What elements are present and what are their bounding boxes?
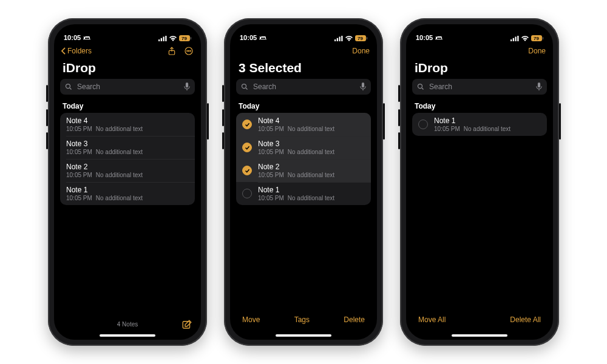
search-input[interactable] <box>428 82 532 92</box>
selection-empty-icon[interactable] <box>242 189 252 198</box>
notes-list: Note 1 10:05 PMNo additional text <box>412 113 547 136</box>
home-indicator[interactable] <box>452 334 507 337</box>
search-field[interactable] <box>412 79 547 95</box>
note-title: Note 1 <box>66 186 189 194</box>
note-row[interactable]: Note 2 10:05 PMNo additional text <box>60 159 195 182</box>
svg-point-9 <box>66 84 70 89</box>
note-title: Note 3 <box>66 140 189 148</box>
section-header: Today <box>230 99 377 113</box>
bed-icon <box>83 35 90 40</box>
svg-rect-0 <box>158 39 160 41</box>
status-time: 10:05 <box>64 34 81 41</box>
note-row[interactable]: Note 2 10:05 PMNo additional text <box>236 159 371 182</box>
note-subtitle: No additional text <box>96 195 143 201</box>
screen-3: 10:05 79 Done iDrop Today <box>406 24 553 340</box>
footer-actions: Move Tags Delete <box>230 313 377 329</box>
home-indicator[interactable] <box>100 334 155 337</box>
note-title: Note 2 <box>66 163 189 171</box>
svg-point-22 <box>418 84 422 89</box>
done-button[interactable]: Done <box>352 47 370 55</box>
mic-icon[interactable] <box>536 83 542 91</box>
note-row[interactable]: Note 1 10:05 PMNo additional text <box>236 182 371 205</box>
search-field[interactable] <box>60 79 195 95</box>
move-button[interactable]: Move <box>241 313 261 326</box>
selection-empty-icon[interactable] <box>418 120 428 129</box>
svg-rect-19 <box>513 38 514 41</box>
screen-2: 10:05 79 Done 3 Selected Today <box>230 24 377 340</box>
svg-rect-21 <box>517 36 518 41</box>
chevron-left-icon <box>61 47 66 55</box>
phone-frame-1: 10:05 79 Folders iDrop <box>48 18 207 346</box>
selection-checkmark-icon[interactable] <box>242 143 252 152</box>
note-row[interactable]: Note 1 10:05 PMNo additional text <box>412 113 547 136</box>
share-icon[interactable] <box>167 46 177 56</box>
note-title: Note 2 <box>258 163 365 171</box>
nav-bar: Done <box>230 42 377 59</box>
bed-icon <box>435 35 443 40</box>
notch <box>272 24 335 38</box>
wifi-icon <box>169 36 177 41</box>
more-icon[interactable] <box>184 46 194 56</box>
section-header: Today <box>54 99 201 113</box>
note-title: Note 1 <box>258 186 365 194</box>
cellular-signal-icon <box>158 36 167 41</box>
compose-icon[interactable] <box>181 319 192 330</box>
search-input[interactable] <box>76 82 180 92</box>
note-time: 10:05 PM <box>258 195 284 201</box>
note-time: 10:05 PM <box>434 126 460 132</box>
move-all-button[interactable]: Move All <box>417 313 447 326</box>
search-icon <box>65 83 72 90</box>
svg-point-8 <box>190 50 191 51</box>
note-row[interactable]: Note 4 10:05 PMNo additional text <box>236 113 371 136</box>
cellular-signal-icon <box>334 36 343 41</box>
note-row[interactable]: Note 3 10:05 PMNo additional text <box>60 136 195 159</box>
note-time: 10:05 PM <box>66 149 92 155</box>
svg-rect-13 <box>337 38 338 41</box>
back-button[interactable]: Folders <box>61 47 92 55</box>
mic-icon[interactable] <box>184 83 190 91</box>
svg-rect-2 <box>163 36 164 41</box>
note-time: 10:05 PM <box>66 195 92 201</box>
notes-list: Note 4 10:05 PMNo additional text Note 3… <box>236 113 371 205</box>
phone-frame-2: 10:05 79 Done 3 Selected Today <box>224 18 383 346</box>
note-time: 10:05 PM <box>258 172 284 178</box>
svg-rect-10 <box>186 83 188 87</box>
search-field[interactable] <box>236 79 371 95</box>
note-row[interactable]: Note 4 10:05 PMNo additional text <box>60 113 195 136</box>
battery-pct: 79 <box>534 36 539 41</box>
tags-button[interactable]: Tags <box>293 313 311 326</box>
note-title: Note 1 <box>434 116 541 125</box>
svg-rect-20 <box>515 36 517 41</box>
note-subtitle: No additional text <box>96 126 143 132</box>
selection-checkmark-icon[interactable] <box>242 166 252 175</box>
note-row[interactable]: Note 1 10:05 PMNo additional text <box>60 182 195 205</box>
svg-rect-1 <box>161 38 162 41</box>
note-subtitle: No additional text <box>464 126 510 132</box>
svg-point-16 <box>242 84 246 89</box>
search-icon <box>417 83 424 90</box>
battery-pct: 79 <box>358 36 363 41</box>
page-title: iDrop <box>54 59 201 79</box>
page-title: iDrop <box>406 59 553 79</box>
selection-checkmark-icon[interactable] <box>242 120 252 129</box>
wifi-icon <box>345 36 353 41</box>
delete-button[interactable]: Delete <box>342 313 366 326</box>
search-input[interactable] <box>252 82 356 92</box>
section-header: Today <box>406 99 553 113</box>
note-subtitle: No additional text <box>288 149 334 155</box>
svg-rect-3 <box>165 36 166 41</box>
note-time: 10:05 PM <box>258 149 284 155</box>
status-time: 10:05 <box>240 34 257 41</box>
footer-count: 4 Notes <box>54 321 201 329</box>
nav-bar: Done <box>406 42 553 59</box>
nav-bar: Folders <box>54 42 201 59</box>
done-button[interactable]: Done <box>528 47 546 55</box>
note-row[interactable]: Note 3 10:05 PMNo additional text <box>236 136 371 159</box>
page-title: 3 Selected <box>230 59 377 79</box>
note-title: Note 3 <box>258 140 365 148</box>
home-indicator[interactable] <box>276 334 331 337</box>
battery-pct: 79 <box>181 36 187 41</box>
note-subtitle: No additional text <box>96 172 143 178</box>
delete-all-button[interactable]: Delete All <box>509 313 542 326</box>
mic-icon[interactable] <box>360 83 366 91</box>
